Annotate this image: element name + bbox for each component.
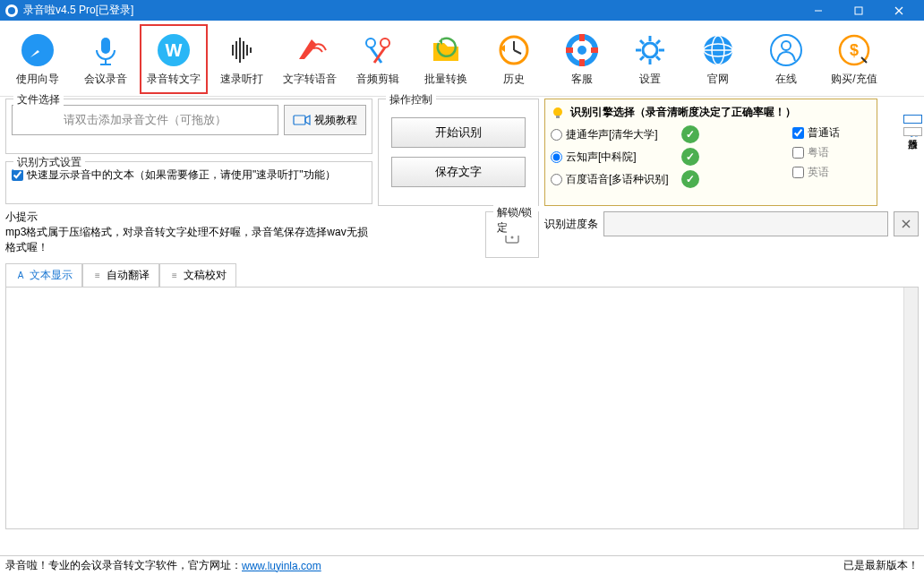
- status-version: 已是最新版本！: [843, 558, 919, 573]
- toolbar-label: 历史: [503, 72, 525, 87]
- bulb-icon: [551, 106, 565, 120]
- result-tabs: A文本显示≡自动翻译≡文稿校对: [5, 263, 919, 288]
- toolbar-guide[interactable]: 使用向导: [4, 24, 72, 94]
- svg-text:W: W: [166, 40, 183, 60]
- tab-icon: A: [15, 270, 26, 281]
- svg-rect-33: [579, 59, 585, 66]
- svg-rect-34: [566, 47, 573, 53]
- tips-text: mp3格式属于压缩格式，对录音转文字处理不好喔，录音笔保存选择wav无损格式喔！: [5, 225, 372, 255]
- toolbar-label: 音频剪辑: [356, 72, 399, 87]
- app-icon: [5, 4, 18, 17]
- toolbar-buy[interactable]: $购买/充值: [820, 24, 888, 94]
- toolbar-service[interactable]: 客服: [548, 24, 616, 94]
- svg-point-58: [553, 107, 562, 116]
- titlebar: 录音啦v4.5 Pro[已登录]: [0, 0, 924, 21]
- lang-checkbox[interactable]: [792, 147, 804, 159]
- svg-rect-32: [579, 34, 585, 41]
- history-icon: [496, 32, 532, 68]
- svg-rect-2: [855, 7, 862, 14]
- engine-option-jietong[interactable]: 捷通华声[清华大学]: [551, 127, 676, 142]
- svg-text:$: $: [850, 41, 859, 59]
- engine-option-baidu[interactable]: 百度语音[多语种识别]: [551, 172, 676, 187]
- svg-point-36: [643, 43, 657, 57]
- lang-option[interactable]: 粤语: [792, 145, 918, 160]
- operation-control-group: 操作控制 开始识别 保存文字: [378, 99, 539, 206]
- progress-label: 识别进度条: [544, 217, 598, 232]
- site-icon: [700, 32, 736, 68]
- toolbar-label: 购买/充值: [831, 72, 877, 87]
- fast-display-checkbox[interactable]: [12, 169, 23, 181]
- toolbar-label: 批量转换: [424, 72, 467, 87]
- engine-radio[interactable]: [551, 129, 562, 141]
- audioedit-icon: [360, 32, 396, 68]
- text-display-area[interactable]: [5, 288, 919, 529]
- svg-rect-7: [101, 38, 110, 54]
- result-tab[interactable]: A文本显示: [5, 263, 82, 287]
- engine-option-yunzhi[interactable]: 云知声[中科院]: [551, 150, 676, 165]
- tab-icon: ≡: [92, 270, 103, 281]
- toolbar-label: 客服: [571, 72, 593, 87]
- video-tutorial-label: 视频教程: [314, 113, 357, 128]
- check-icon: ✓: [681, 148, 699, 166]
- toolbar-audioedit[interactable]: 音频剪辑: [344, 24, 412, 94]
- lang-option[interactable]: 英语: [792, 165, 918, 180]
- close-button[interactable]: [878, 0, 919, 21]
- engine-title: 识别引擎选择（录音清晰度决定了正确率喔！）: [570, 105, 796, 120]
- settings-icon: [632, 32, 668, 68]
- window-title: 录音啦v4.5 Pro[已登录]: [23, 3, 798, 18]
- toolbar-online[interactable]: 在线: [752, 24, 820, 94]
- status-bar: 录音啦！专业的会议录音转文字软件，官方网址： www.luyinla.com 已…: [0, 555, 924, 575]
- engine-radio[interactable]: [551, 174, 562, 185]
- save-text-button[interactable]: 保存文字: [391, 157, 526, 187]
- svg-point-57: [511, 236, 514, 239]
- toolbar-history[interactable]: 历史: [480, 24, 548, 94]
- video-tutorial-button[interactable]: 视频教程: [284, 105, 366, 135]
- engine-radio[interactable]: [551, 151, 562, 163]
- svg-line-44: [640, 56, 644, 60]
- toolbar-label: 速录听打: [220, 72, 263, 87]
- svg-line-42: [656, 56, 660, 60]
- toolbar-site[interactable]: 官网: [684, 24, 752, 94]
- svg-line-27: [514, 50, 521, 54]
- check-icon: ✓: [681, 170, 699, 188]
- svg-rect-35: [591, 47, 598, 53]
- file-select-title: 文件选择: [13, 92, 64, 107]
- toolbar-stt[interactable]: W录音转文字: [140, 24, 208, 94]
- toolbar-label: 会议录音: [84, 72, 127, 87]
- side-tab[interactable]: 播放器: [903, 127, 922, 136]
- tips-section: 小提示 mp3格式属于压缩格式，对录音转文字处理不好喔，录音笔保存选择wav无损…: [5, 210, 372, 255]
- maximize-button[interactable]: [838, 0, 878, 21]
- start-recognition-button[interactable]: 开始识别: [391, 117, 526, 148]
- lock-group: 解锁/锁定: [485, 211, 539, 258]
- progress-close-button[interactable]: [894, 211, 919, 236]
- fast-icon: [224, 32, 260, 68]
- recognition-mode-title: 识别方式设置: [13, 155, 85, 170]
- recognition-mode-group: 识别方式设置 快速显示录音中的文本（如果需要修正，请使用"速录听打"功能）: [5, 161, 372, 204]
- file-drop-zone[interactable]: 请双击添加录音文件（可拖放）: [12, 105, 278, 135]
- svg-rect-59: [556, 116, 560, 118]
- text-scrollbar[interactable]: [903, 288, 918, 528]
- svg-marker-55: [305, 116, 310, 124]
- batch-icon: [428, 32, 464, 68]
- tab-icon: ≡: [169, 270, 180, 281]
- lang-checkbox[interactable]: [792, 167, 804, 178]
- toolbar-record[interactable]: 会议录音: [72, 24, 140, 94]
- lang-checkbox[interactable]: [792, 127, 804, 139]
- main-toolbar: 使用向导会议录音W录音转文字速录听打文字转语音音频剪辑批量转换历史客服设置官网在…: [0, 21, 924, 97]
- status-url[interactable]: www.luyinla.com: [242, 560, 321, 572]
- operation-control-title: 操作控制: [386, 92, 436, 107]
- side-tab[interactable]: 识别引擎: [903, 115, 922, 124]
- toolbar-label: 在线: [775, 72, 797, 87]
- check-icon: ✓: [681, 125, 699, 143]
- lock-title: 解锁/锁定: [493, 205, 538, 236]
- result-tab[interactable]: ≡自动翻译: [82, 263, 159, 287]
- toolbar-batch[interactable]: 批量转换: [412, 24, 480, 94]
- lang-option[interactable]: 普通话: [792, 125, 918, 141]
- result-tab[interactable]: ≡文稿校对: [159, 263, 236, 287]
- toolbar-fast[interactable]: 速录听打: [208, 24, 276, 94]
- toolbar-tts[interactable]: 文字转语音: [276, 24, 344, 94]
- online-icon: [768, 32, 804, 68]
- record-icon: [88, 32, 124, 68]
- minimize-button[interactable]: [798, 0, 838, 21]
- toolbar-settings[interactable]: 设置: [616, 24, 684, 94]
